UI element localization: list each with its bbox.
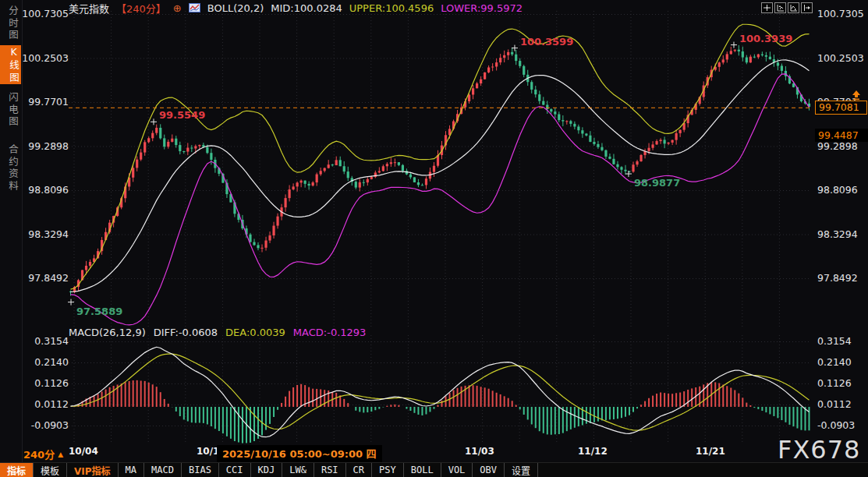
toolbar-item-psy[interactable]: PSY (372, 463, 404, 477)
axis-tick-label: -0.0903 (31, 419, 69, 431)
chart-control-icons (761, 2, 813, 13)
axis-tick-label: 99.2898 (28, 140, 69, 152)
x-scale-icon[interactable] (788, 2, 799, 13)
toolbar-item-obv[interactable]: OBV (473, 463, 505, 477)
macd-macd-value: MACD:-0.1293 (293, 327, 367, 338)
toolbar-item-cr[interactable]: CR (346, 463, 372, 477)
kline-chart[interactable]: 99.554997.5889100.359998.9877100.3939 (0, 0, 868, 477)
current-price-marker: 99.7081 (815, 101, 867, 115)
toolbar-item-boll[interactable]: BOLL (404, 463, 441, 477)
toolbar-item-lwr[interactable]: LW& (282, 463, 314, 477)
mini-chart-icon[interactable] (189, 3, 200, 12)
pan-right-icon[interactable] (801, 2, 813, 13)
toolbar-item-template[interactable]: 模板 (34, 463, 67, 477)
toolbar-item-cci[interactable]: CCI (219, 463, 251, 477)
secondary-price-marker: 99.4487 (815, 129, 868, 142)
axis-tick-label: 100.2503 (817, 52, 864, 64)
period-tag: 【240分】 (116, 1, 166, 16)
macd-indicator-label: MACD(26,12,9) (69, 327, 146, 338)
macd-diff-value: DIFF:-0.0608 (154, 327, 218, 338)
axis-tick-label: -0.0903 (817, 419, 855, 431)
price-axis-right: 100.7305100.250399.770199.289898.809698.… (817, 0, 866, 477)
indicator-toolbar: 指标 模板 VIP指标 MA MACD BIAS CCI KDJ LW& RSI… (0, 462, 868, 477)
toolbar-item-bias[interactable]: BIAS (182, 463, 219, 477)
bar-time-tooltip: 2025/10/16 05:00~09:00 四 (217, 445, 382, 462)
axis-tick-label: 98.3294 (28, 228, 69, 240)
y-scale-icon[interactable] (774, 2, 786, 13)
axis-tick-label: 97.8492 (28, 272, 69, 284)
boll-lower-value: LOWER:99.5972 (441, 2, 523, 14)
boll-mid-value: MID:100.0284 (271, 2, 342, 14)
svg-text:98.9877: 98.9877 (634, 177, 680, 189)
date-tick-label: 11/21 (696, 446, 725, 457)
axis-tick-label: 0.0112 (34, 398, 69, 410)
axis-tick-label: 100.7305 (22, 8, 69, 19)
boll-indicator-label: BOLL(20,2) (207, 2, 264, 14)
date-tick-label: 11/03 (465, 446, 494, 457)
macd-header: MACD(26,12,9) DIFF:-0.0608 DEA:0.0039 MA… (69, 327, 366, 338)
trading-app-window: 99.554997.5889100.359998.9877100.3939 分时… (0, 0, 868, 477)
chart-header: 美元指数 【240分】 ⊕ BOLL(20,2) MID:100.0284 UP… (69, 2, 523, 14)
axis-tick-label: 97.8492 (817, 272, 858, 284)
toolbar-item-vip-indicator[interactable]: VIP指标 (67, 463, 119, 477)
toolbar-item-ma[interactable]: MA (119, 463, 144, 477)
axis-tick-label: 100.7305 (817, 8, 864, 19)
axis-tick-label: 98.8096 (28, 184, 69, 196)
svg-text:100.3599: 100.3599 (520, 36, 573, 48)
toolbar-item-kdj[interactable]: KDJ (251, 463, 283, 477)
axis-tick-label: 99.7701 (28, 96, 69, 108)
svg-text:100.3939: 100.3939 (739, 33, 792, 44)
chevron-up-icon: ▲ (58, 450, 63, 458)
chart-title: 美元指数 (69, 1, 109, 16)
axis-tick-label: 0.0112 (817, 398, 852, 410)
axis-tick-label: 0.2140 (817, 356, 852, 368)
axis-tick-label: 0.1126 (34, 377, 69, 389)
macd-dea-value: DEA:0.0039 (225, 327, 285, 338)
price-axis-left: 100.7305100.250399.770199.289898.809698.… (23, 0, 69, 477)
price-arrow-icon (852, 89, 861, 99)
axis-tick-label: 0.1126 (817, 377, 852, 389)
toolbar-item-indicator[interactable]: 指标 (0, 463, 34, 477)
axis-tick-label: 100.2503 (22, 52, 69, 64)
date-tick-label: 10/04 (69, 446, 98, 457)
axis-tick-label: 0.2140 (34, 356, 69, 368)
axis-tick-label: 0.3154 (34, 335, 69, 347)
boll-upper-value: UPPER:100.4596 (349, 2, 434, 14)
axis-tick-label: 98.8096 (817, 184, 858, 196)
toolbar-item-macd[interactable]: MACD (144, 463, 182, 477)
add-indicator-icon[interactable]: ⊕ (173, 2, 182, 14)
toolbar-item-vol[interactable]: VOL (441, 463, 473, 477)
period-selector[interactable]: 240分▲ (23, 447, 63, 461)
svg-text:97.5889: 97.5889 (76, 306, 122, 317)
axis-tick-label: 98.3294 (817, 228, 858, 240)
toolbar-item-rsi[interactable]: RSI (314, 463, 346, 477)
crosshair-icon[interactable] (761, 2, 773, 13)
date-tick-label: 11/12 (578, 446, 608, 457)
toolbar-item-settings[interactable]: 设置 (505, 463, 538, 477)
axis-tick-label: 0.3154 (817, 335, 852, 347)
svg-text:99.5549: 99.5549 (159, 109, 205, 121)
